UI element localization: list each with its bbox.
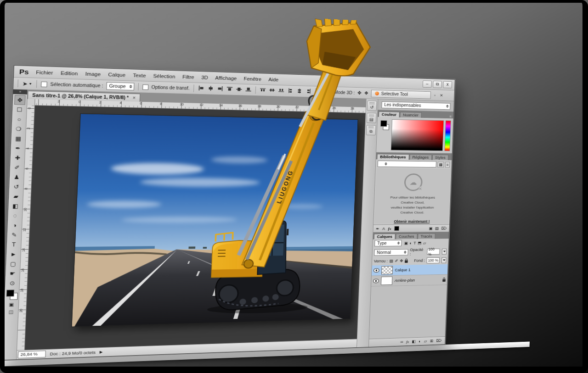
hand-tool[interactable]: ☛ (7, 268, 18, 278)
history-brush-tool[interactable]: ↺ (11, 182, 22, 191)
layer-filter-dropdown[interactable]: Type (374, 240, 401, 246)
tab-styles[interactable]: Styles (432, 155, 448, 160)
layer-name[interactable]: Calque 1 (395, 268, 411, 273)
menu-image[interactable]: Image (85, 71, 101, 77)
eraser-tool[interactable]: ▰ (10, 191, 22, 201)
layer-style-icon[interactable]: fx (406, 340, 409, 344)
fill-caret[interactable] (441, 257, 447, 263)
hue-strip[interactable] (444, 120, 451, 151)
get-now-link[interactable]: Obtenir maintenant ! (394, 219, 430, 223)
restore-button[interactable]: ⧉ (433, 81, 442, 88)
filter-shape-icon[interactable]: ⬒ (418, 241, 421, 245)
distribute-center-v-icon[interactable] (269, 88, 275, 94)
properties-panel-button[interactable]: ▤ (367, 113, 377, 123)
align-left-icon[interactable] (198, 86, 204, 92)
menu-edition[interactable]: Edition (61, 70, 78, 76)
trash-mini-icon[interactable]: ⌦ (441, 226, 447, 230)
lock-all-icon[interactable] (405, 260, 408, 263)
gradient-tool[interactable]: ◧ (10, 201, 21, 211)
link-layers-icon[interactable]: ∞ (400, 340, 403, 344)
current-tool-icon[interactable]: ➤▼ (22, 80, 32, 87)
blend-mode-dropdown[interactable]: Normal (374, 249, 408, 256)
tab-calques[interactable]: Calques (374, 234, 396, 239)
tab-couches[interactable]: Couches (396, 234, 417, 239)
info-panel-button[interactable]: ⧉ (366, 125, 376, 135)
distribute-right-icon[interactable] (305, 89, 311, 94)
auto-select-checkbox[interactable] (41, 81, 47, 87)
color-swatches[interactable] (6, 289, 18, 300)
group-dropdown[interactable]: Groupe (106, 82, 135, 90)
mask-mini-icon[interactable]: ▣ (429, 226, 432, 230)
eyedropper-tool[interactable]: ✒ (12, 143, 24, 153)
tab-traces[interactable]: Tracés (418, 234, 435, 239)
selective-tool-bar[interactable]: Selective Tool (371, 89, 431, 99)
shape-tool[interactable]: ▢ (7, 259, 19, 268)
distribute-left-icon[interactable] (288, 88, 293, 94)
opacity-field[interactable]: 100 % (427, 249, 440, 255)
transform-options-checkbox[interactable] (142, 84, 148, 90)
fill-field[interactable]: 100 % (427, 257, 440, 263)
clone-stamp-tool[interactable]: ♟ (11, 172, 23, 182)
list-view-icon[interactable]: ≡ (445, 161, 450, 167)
path-selection-tool[interactable]: ► (8, 249, 19, 259)
filter-pixel-icon[interactable]: ▣ (404, 241, 408, 245)
tab-nuancier[interactable]: Nuancier (400, 112, 421, 118)
library-select[interactable] (378, 161, 436, 167)
pen-tool[interactable]: ✎ (9, 230, 20, 239)
close-button[interactable]: x (443, 81, 452, 89)
workspace-dropdown[interactable]: Les indispensables (381, 101, 450, 110)
tab-couleur[interactable]: Couleur (379, 111, 400, 117)
menu-calque[interactable]: Calque (108, 72, 125, 78)
distribute-top-icon[interactable] (260, 87, 266, 93)
brush-tool[interactable]: ✐ (11, 162, 23, 172)
menu-fen-tre[interactable]: Fenêtre (243, 76, 261, 82)
distribute-center-h-icon[interactable] (297, 89, 302, 94)
opacity-caret[interactable] (442, 249, 447, 255)
menu-3d[interactable]: 3D (201, 74, 208, 80)
pasteboard[interactable] (25, 106, 366, 350)
auto-align-icon[interactable] (320, 89, 326, 95)
layer-name[interactable]: Arrière-plan (395, 278, 415, 283)
adjustment-layer-icon[interactable]: ◐ (418, 339, 421, 343)
align-center-h-icon[interactable] (208, 86, 214, 92)
zoom-level-field[interactable]: 26,84 % (18, 351, 46, 358)
delete-layer-icon[interactable]: ⌦ (436, 339, 441, 343)
menu-aide[interactable]: Aide (268, 77, 279, 82)
3d-camera-icon[interactable]: ❖ (364, 90, 368, 96)
screen-mode[interactable]: ◫ (8, 309, 13, 314)
lock-transparency-icon[interactable]: ▨ (390, 259, 393, 263)
menu-filtre[interactable]: Filtre (182, 74, 194, 79)
foreground-color-swatch[interactable] (6, 289, 14, 296)
align-bottom-icon[interactable] (245, 87, 251, 93)
align-right-icon[interactable] (217, 86, 223, 92)
zoom-tool[interactable]: ⊙ (6, 278, 18, 288)
lasso-tool[interactable]: ○ (13, 114, 25, 124)
character-icon[interactable]: A (382, 226, 385, 230)
layer-thumbnail[interactable] (381, 266, 393, 275)
lock-position-icon[interactable]: ✥ (400, 259, 403, 263)
group-layers-icon[interactable]: ▱ (424, 339, 427, 343)
color-panel-swatches[interactable] (379, 119, 390, 150)
layer-row-calque1[interactable]: Calque 1 (372, 264, 448, 276)
quick-selection-tool[interactable]: ❍ (13, 124, 24, 134)
menu-fichier[interactable]: Fichier (36, 69, 53, 75)
panel-menu-icon[interactable]: ≡ (448, 115, 453, 118)
history-panel-button[interactable]: ↺ (367, 100, 377, 111)
canvas-image[interactable] (72, 114, 358, 327)
stack-mini-icon[interactable]: ▤ (435, 226, 439, 230)
visibility-eye-icon[interactable] (373, 268, 379, 273)
layer-mask-icon[interactable]: ◧ (412, 340, 416, 344)
pen-style-icon[interactable]: ✒ (376, 227, 379, 231)
fx-icon[interactable]: fx (388, 226, 391, 230)
grid-view-icon[interactable]: ▦ (437, 161, 444, 167)
filter-type-icon[interactable]: T (413, 241, 416, 245)
quick-mask-mode[interactable]: ▣ (9, 302, 14, 307)
menu-affichage[interactable]: Affichage (215, 75, 237, 81)
distribute-bottom-icon[interactable] (278, 88, 284, 94)
marquee-tool[interactable]: ☐ (14, 105, 25, 114)
layer-thumbnail[interactable] (381, 277, 392, 285)
tab-reglages[interactable]: Réglages (409, 154, 432, 160)
color-gradient-field[interactable] (391, 119, 444, 151)
menu-texte[interactable]: Texte (133, 72, 146, 78)
align-top-icon[interactable] (226, 86, 232, 92)
